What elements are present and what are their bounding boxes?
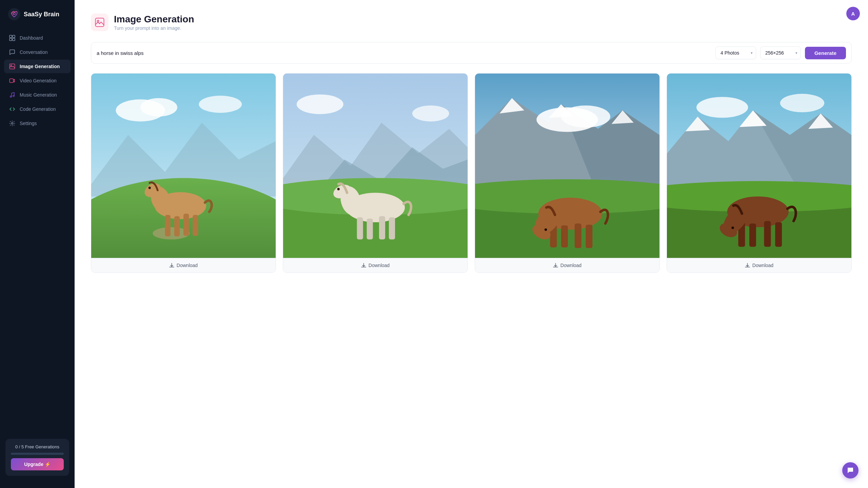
sidebar-item-conversation[interactable]: Conversation xyxy=(4,45,71,59)
svg-rect-25 xyxy=(193,215,198,236)
svg-point-32 xyxy=(297,95,343,114)
sidebar-item-music-generation[interactable]: Music Generation xyxy=(4,88,71,102)
page-icon-wrapper xyxy=(91,14,108,31)
svg-point-43 xyxy=(337,188,340,190)
sidebar-label-dashboard: Dashboard xyxy=(20,35,43,41)
settings-icon xyxy=(9,120,16,127)
svg-rect-3 xyxy=(13,35,15,38)
image-grid: Download xyxy=(91,73,852,273)
video-icon xyxy=(9,77,16,84)
sidebar-label-video-generation: Video Generation xyxy=(20,78,57,83)
sidebar-item-code-generation[interactable]: Code Generation xyxy=(4,102,71,116)
page-title: Image Generation xyxy=(114,14,194,25)
download-icon-2 xyxy=(361,263,366,268)
image-3 xyxy=(475,74,659,258)
logo[interactable]: SaaSy Brain xyxy=(0,8,75,31)
svg-point-51 xyxy=(561,105,610,127)
svg-rect-12 xyxy=(96,18,104,27)
svg-rect-38 xyxy=(367,219,373,240)
size-select-wrapper: 256×256 512×512 1024×1024 ▾ xyxy=(760,46,801,59)
sidebar-item-image-generation[interactable]: Image Generation xyxy=(4,60,71,73)
svg-rect-75 xyxy=(764,221,771,247)
size-select[interactable]: 256×256 512×512 1024×1024 xyxy=(760,46,801,59)
image-1 xyxy=(91,74,276,258)
svg-rect-56 xyxy=(561,225,568,247)
sidebar-item-settings[interactable]: Settings xyxy=(4,117,71,130)
sidebar-label-code-generation: Code Generation xyxy=(20,106,56,112)
image-card-2: Download xyxy=(283,73,468,273)
sidebar: SaaSy Brain Dashboard Conversation Image… xyxy=(0,0,75,488)
download-icon-4 xyxy=(745,263,750,268)
photos-select-wrapper: 1 Photo 2 Photos 3 Photos 4 Photos ▾ xyxy=(715,46,756,59)
svg-rect-8 xyxy=(10,79,14,83)
svg-rect-2 xyxy=(9,35,12,38)
download-button-1[interactable]: Download xyxy=(91,258,276,272)
user-avatar[interactable]: A xyxy=(846,7,860,20)
image-card-4: Download xyxy=(667,73,852,273)
music-icon xyxy=(9,92,16,98)
svg-rect-39 xyxy=(379,216,385,240)
sidebar-item-dashboard[interactable]: Dashboard xyxy=(4,31,71,45)
svg-rect-37 xyxy=(357,217,363,239)
download-icon-3 xyxy=(553,263,558,268)
image-generation-page-icon xyxy=(95,18,104,27)
dashboard-icon xyxy=(9,35,16,41)
svg-rect-5 xyxy=(13,38,15,41)
chat-fab[interactable] xyxy=(842,462,859,479)
svg-point-17 xyxy=(140,98,177,117)
page-header: Image Generation Turn your prompt into a… xyxy=(91,14,852,31)
sidebar-label-image-generation: Image Generation xyxy=(20,64,60,69)
main-content: A Image Generation Turn your prompt into… xyxy=(75,0,868,488)
upgrade-button[interactable]: Upgrade ⚡ xyxy=(11,458,64,470)
svg-point-13 xyxy=(97,20,99,22)
progress-bar-background xyxy=(11,453,64,455)
svg-rect-57 xyxy=(575,223,581,248)
svg-point-9 xyxy=(10,96,12,97)
logo-text: SaaSy Brain xyxy=(24,11,59,18)
image-card-3: Download xyxy=(475,73,660,273)
prompt-bar: 1 Photo 2 Photos 3 Photos 4 Photos ▾ 256… xyxy=(91,42,852,64)
page-subtitle: Turn your prompt into an image. xyxy=(114,25,194,31)
sidebar-footer: 0 / 5 Free Generations Upgrade ⚡ xyxy=(0,433,75,480)
generate-button[interactable]: Generate xyxy=(805,47,846,59)
svg-point-18 xyxy=(199,96,242,113)
sidebar-label-settings: Settings xyxy=(20,121,37,126)
conversation-icon xyxy=(9,49,16,56)
sidebar-label-conversation: Conversation xyxy=(20,49,48,55)
image-generation-icon xyxy=(9,63,16,70)
download-button-2[interactable]: Download xyxy=(283,258,468,272)
svg-rect-58 xyxy=(586,225,592,248)
svg-rect-40 xyxy=(389,217,395,239)
code-icon xyxy=(9,106,16,113)
image-2 xyxy=(283,74,468,258)
page-title-group: Image Generation Turn your prompt into a… xyxy=(114,14,194,31)
svg-rect-76 xyxy=(775,222,782,247)
svg-rect-24 xyxy=(183,214,189,236)
sidebar-item-video-generation[interactable]: Video Generation xyxy=(4,74,71,87)
nav: Dashboard Conversation Image Generation … xyxy=(0,31,75,433)
generations-card: 0 / 5 Free Generations Upgrade ⚡ xyxy=(5,439,69,476)
svg-point-79 xyxy=(731,227,734,229)
photos-select[interactable]: 1 Photo 2 Photos 3 Photos 4 Photos xyxy=(715,46,756,59)
logo-icon xyxy=(8,8,20,20)
svg-rect-74 xyxy=(749,223,756,247)
image-4 xyxy=(667,74,851,258)
svg-point-33 xyxy=(412,105,449,121)
svg-rect-23 xyxy=(174,216,180,237)
svg-point-69 xyxy=(780,94,825,112)
download-icon-1 xyxy=(169,263,174,268)
download-button-4[interactable]: Download xyxy=(667,258,851,272)
chat-icon xyxy=(847,467,854,474)
prompt-input[interactable] xyxy=(97,50,711,56)
svg-point-11 xyxy=(12,123,13,124)
download-button-3[interactable]: Download xyxy=(475,258,659,272)
sidebar-label-music-generation: Music Generation xyxy=(20,92,57,98)
svg-rect-22 xyxy=(165,215,171,236)
image-card-1: Download xyxy=(91,73,276,273)
svg-point-7 xyxy=(11,65,12,66)
svg-point-68 xyxy=(696,97,748,118)
svg-point-28 xyxy=(149,187,151,189)
svg-point-61 xyxy=(545,228,547,231)
svg-point-10 xyxy=(13,95,14,97)
generations-text: 0 / 5 Free Generations xyxy=(15,444,59,449)
